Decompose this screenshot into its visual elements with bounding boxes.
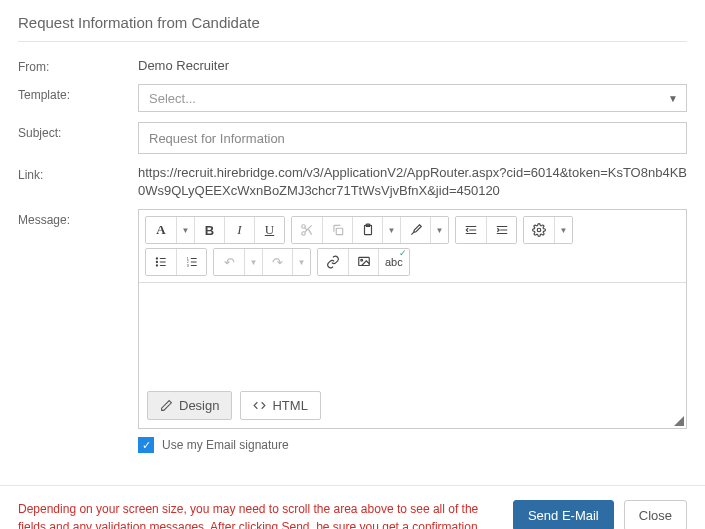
svg-text:3: 3 (186, 264, 188, 268)
svg-point-0 (302, 225, 306, 229)
html-mode-label: HTML (272, 398, 307, 413)
undo-dropdown[interactable]: ▼ (244, 249, 262, 275)
copy-button[interactable] (322, 217, 352, 243)
checkmark-icon: ✓ (399, 248, 407, 258)
underline-button[interactable]: U (254, 217, 284, 243)
gear-icon (532, 223, 546, 237)
paste-dropdown[interactable]: ▼ (382, 217, 400, 243)
from-label: From: (18, 56, 138, 74)
font-family-dropdown[interactable]: ▼ (176, 217, 194, 243)
cut-button[interactable] (292, 217, 322, 243)
code-icon (253, 399, 266, 412)
svg-rect-5 (336, 228, 342, 234)
warning-text: Depending on your screen size, you may n… (18, 500, 503, 529)
design-mode-label: Design (179, 398, 219, 413)
signature-checkbox[interactable]: ✓ (138, 437, 154, 453)
send-email-button[interactable]: Send E-Mail (513, 500, 614, 529)
format-painter-dropdown[interactable]: ▼ (430, 217, 448, 243)
subject-label: Subject: (18, 122, 138, 140)
svg-point-17 (156, 265, 157, 266)
template-label: Template: (18, 84, 138, 102)
bold-button[interactable]: B (194, 217, 224, 243)
message-label: Message: (18, 209, 138, 227)
svg-point-28 (360, 259, 362, 261)
signature-label: Use my Email signature (162, 438, 289, 452)
indent-button[interactable] (486, 217, 516, 243)
redo-dropdown[interactable]: ▼ (292, 249, 310, 275)
html-mode-button[interactable]: HTML (240, 391, 320, 420)
outdent-button[interactable] (456, 217, 486, 243)
settings-dropdown[interactable]: ▼ (554, 217, 572, 243)
chevron-down-icon: ▼ (668, 93, 678, 104)
hyperlink-button[interactable] (318, 249, 348, 275)
image-icon (357, 255, 371, 269)
rich-text-editor: A ▼ B I U (138, 209, 687, 429)
svg-point-16 (156, 262, 157, 263)
resize-handle[interactable] (674, 416, 684, 426)
bullet-list-icon (154, 255, 168, 269)
scissors-icon (300, 223, 314, 237)
template-placeholder: Select... (149, 91, 196, 106)
svg-point-1 (302, 232, 306, 236)
close-button[interactable]: Close (624, 500, 687, 529)
redo-button[interactable]: ↷ (262, 249, 292, 275)
italic-button[interactable]: I (224, 217, 254, 243)
insert-image-button[interactable] (348, 249, 378, 275)
bullet-list-button[interactable] (146, 249, 176, 275)
font-family-button[interactable]: A (146, 217, 176, 243)
outdent-icon (464, 223, 478, 237)
link-label: Link: (18, 164, 138, 182)
subject-input[interactable] (138, 122, 687, 154)
link-value: https://recruit.hirebridge.com/v3/Applic… (138, 164, 687, 199)
modal-title: Request Information from Candidate (18, 14, 687, 31)
number-list-icon: 123 (185, 255, 199, 269)
paint-brush-icon (409, 223, 423, 237)
svg-point-14 (537, 228, 541, 232)
spellcheck-button[interactable]: abc ✓ (378, 249, 409, 275)
design-mode-button[interactable]: Design (147, 391, 232, 420)
clipboard-icon (361, 223, 375, 237)
svg-line-3 (308, 230, 311, 235)
indent-icon (495, 223, 509, 237)
template-select[interactable]: Select... ▼ (138, 84, 687, 112)
editor-body[interactable] (139, 283, 686, 383)
from-value: Demo Recruiter (138, 56, 687, 73)
format-painter-button[interactable] (400, 217, 430, 243)
svg-line-4 (305, 228, 307, 230)
link-icon (326, 255, 340, 269)
pencil-icon (160, 399, 173, 412)
divider (18, 41, 687, 42)
paste-button[interactable] (352, 217, 382, 243)
copy-icon (331, 223, 345, 237)
svg-point-15 (156, 258, 157, 259)
editor-toolbar: A ▼ B I U (139, 210, 686, 283)
settings-button[interactable] (524, 217, 554, 243)
number-list-button[interactable]: 123 (176, 249, 206, 275)
undo-button[interactable]: ↶ (214, 249, 244, 275)
